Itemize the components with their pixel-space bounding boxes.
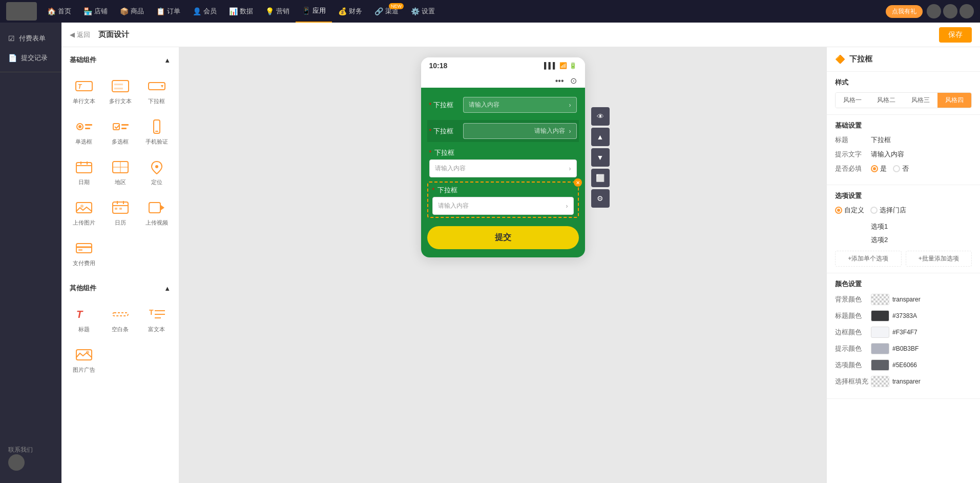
field-input-1[interactable]: 请输入内容 › xyxy=(463,97,576,113)
required-title: 是否必填 xyxy=(835,164,871,173)
hint-color-swatch[interactable] xyxy=(871,343,889,354)
nav-data[interactable]: 📊数据 xyxy=(223,0,259,23)
comp-dropdown[interactable]: 下拉框 xyxy=(140,73,173,109)
required-no-opt[interactable]: 否 xyxy=(893,164,909,173)
copy-btn[interactable]: ⬜ xyxy=(591,169,610,187)
comp-radio[interactable]: 单选框 xyxy=(68,113,100,150)
option-color-row: 选项颜色 #5E6066 xyxy=(835,359,972,371)
nav-order[interactable]: 📋订单 xyxy=(150,0,186,23)
left-sidebar: ☑ 付费表单 📄 提交记录 联系我们 xyxy=(0,23,61,483)
option-color-label: 选项颜色 xyxy=(835,360,871,370)
option-store-dot xyxy=(870,207,878,214)
field-placeholder-4: 请输入内容 xyxy=(438,202,469,210)
comp-rich-text[interactable]: T 富文本 xyxy=(140,301,173,337)
field-input-3[interactable]: 请输入内容 › xyxy=(429,159,577,177)
region-icon xyxy=(110,158,131,176)
nav-shop[interactable]: 🏪店铺 xyxy=(77,0,114,23)
option-color-swatch[interactable] xyxy=(871,359,889,371)
nav-product[interactable]: 📦商品 xyxy=(114,0,150,23)
required-star-1: * xyxy=(429,102,432,109)
move-up-btn[interactable]: ▲ xyxy=(591,128,610,146)
nav-channel[interactable]: 🔗渠道NEW xyxy=(368,0,405,23)
comp-phone[interactable]: 手机验证 xyxy=(140,113,173,150)
required-radio-group: 是 否 xyxy=(871,164,909,173)
page-title: 页面设计 xyxy=(98,30,129,39)
svg-point-8 xyxy=(78,125,81,128)
add-single-option-btn[interactable]: +添加单个选项 xyxy=(835,251,902,267)
nav-settings[interactable]: ⚙️设置 xyxy=(405,0,441,23)
comp-upload-img[interactable]: 上传图片 xyxy=(68,194,100,231)
border-color-row: 边框颜色 #F3F4F7 xyxy=(835,327,972,338)
comp-title[interactable]: T 标题 xyxy=(68,301,100,337)
multi-text-icon: ══════ xyxy=(110,77,131,95)
nav-items: 🏠首页 🏪店铺 📦商品 📋订单 👤会员 📊数据 💡营销 📱应用 💰财务 🔗渠道N… xyxy=(41,0,886,23)
nav-home[interactable]: 🏠首页 xyxy=(41,0,77,23)
comp-single-text[interactable]: T 单行文本 xyxy=(68,73,100,109)
style-tab-3[interactable]: 风格三 xyxy=(904,93,937,108)
field-arrow-4: › xyxy=(566,203,568,210)
comp-checkbox[interactable]: 多选框 xyxy=(104,113,136,150)
nav-marketing[interactable]: 💡营销 xyxy=(259,0,296,23)
right-panel: 🔶 下拉框 样式 风格一 风格二 风格三 风格四 基础设置 xyxy=(826,47,980,483)
ad-img-icon xyxy=(74,346,94,364)
visibility-toggle[interactable]: 👁 xyxy=(591,107,610,126)
comp-ad-img[interactable]: 图片广告 xyxy=(68,341,100,378)
svg-rect-9 xyxy=(85,124,92,126)
sidebar-item-records[interactable]: 📄 提交记录 xyxy=(0,48,61,68)
required-yes-opt[interactable]: 是 xyxy=(871,164,887,173)
label-title: 标题 xyxy=(835,135,871,145)
setting-hint-row: 提示文字 请输入内容 xyxy=(835,150,972,159)
submit-button[interactable]: 提交 xyxy=(427,226,579,249)
bg-color-label: 背景颜色 xyxy=(835,295,871,304)
svg-marker-33 xyxy=(161,205,164,210)
comp-multi-text[interactable]: ══════ 多行文本 xyxy=(104,73,136,109)
sidebar-item-form[interactable]: ☑ 付费表单 xyxy=(0,29,61,48)
save-button[interactable]: 保存 xyxy=(939,27,972,43)
comp-calendar[interactable]: 日历 xyxy=(104,194,136,231)
comp-upload-video[interactable]: 上传视频 xyxy=(140,194,173,231)
content-row: 基础组件 ▲ T 单行文本 ══════ 多行文本 xyxy=(61,47,980,483)
phone-wrapper: 10:18 ▌▌▌ 📶 🔋 ••• ⊙ xyxy=(421,57,585,257)
style-tab-4[interactable]: 风格四 xyxy=(937,93,971,108)
option-store-opt[interactable]: 选择门店 xyxy=(870,206,906,215)
comp-date[interactable]: 日期 xyxy=(68,154,100,190)
svg-rect-30 xyxy=(115,208,117,210)
rp-style-section: 样式 风格一 风格二 风格三 风格四 xyxy=(827,72,980,115)
option-type-row: 自定义 选择门店 xyxy=(835,206,972,215)
title-color-swatch[interactable] xyxy=(871,310,889,321)
select-fill-color-row: 选择框填充 transparer xyxy=(835,376,972,387)
style-section-title: 样式 xyxy=(835,78,972,87)
back-button[interactable]: ◀ 返回 xyxy=(70,30,90,39)
form-field-3: * 下拉框 请输入内容 › xyxy=(427,146,579,177)
camera-icon: ⊙ xyxy=(570,76,577,86)
delete-field-btn[interactable]: ✕ xyxy=(574,178,582,187)
select-fill-swatch[interactable] xyxy=(871,376,889,387)
nav-app[interactable]: 📱应用 xyxy=(296,0,332,23)
svg-rect-12 xyxy=(121,124,129,126)
phone-icon xyxy=(147,117,167,136)
settings-btn[interactable]: ⚙ xyxy=(591,189,610,208)
border-color-swatch[interactable] xyxy=(871,327,889,338)
style-tab-1[interactable]: 风格一 xyxy=(836,93,869,108)
svg-text:T: T xyxy=(76,309,84,320)
dropdown-icon xyxy=(147,77,167,95)
comp-region[interactable]: 地区 xyxy=(104,154,136,190)
bg-color-row: 背景颜色 transparer xyxy=(835,294,972,305)
form-field-4[interactable]: ✕ * 下拉框 请输入内容 › xyxy=(427,182,579,218)
comp-payment[interactable]: 支付费用 xyxy=(68,235,100,271)
required-yes-dot xyxy=(871,165,878,172)
option-custom-opt[interactable]: 自定义 xyxy=(835,206,864,215)
comp-blank[interactable]: 空白条 xyxy=(104,301,136,337)
style-tab-2[interactable]: 风格二 xyxy=(869,93,903,108)
bg-color-swatch[interactable] xyxy=(871,294,889,305)
nav-member[interactable]: 👤会员 xyxy=(186,0,223,23)
field-input-4[interactable]: 请输入内容 › xyxy=(432,197,574,215)
comp-location[interactable]: 定位 xyxy=(140,154,173,190)
option-color-value: #5E6066 xyxy=(892,361,917,369)
field-input-2[interactable]: 请输入内容 › xyxy=(463,123,576,139)
nav-finance[interactable]: 💰财务 xyxy=(332,0,368,23)
hint-color-label: 提示颜色 xyxy=(835,344,871,353)
gift-button[interactable]: 点我有礼 xyxy=(886,5,923,18)
move-down-btn[interactable]: ▼ xyxy=(591,148,610,167)
add-batch-option-btn[interactable]: +批量添加选项 xyxy=(906,251,972,267)
